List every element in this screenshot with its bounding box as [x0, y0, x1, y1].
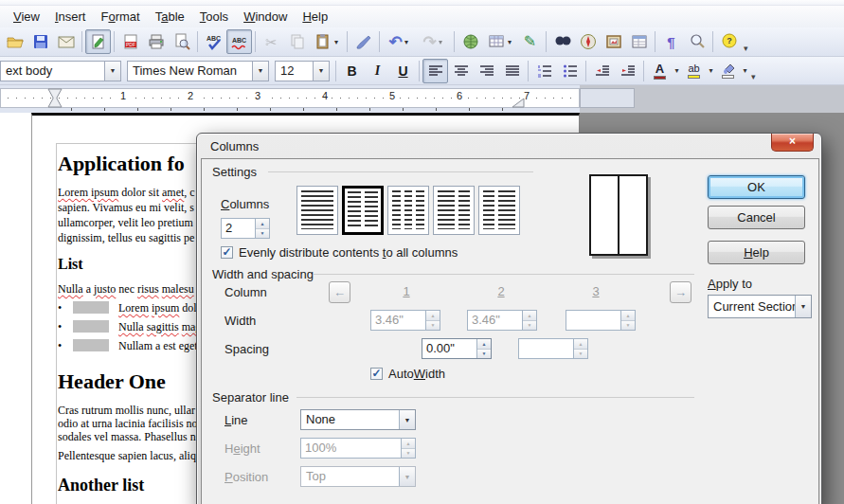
bullet-list-icon — [563, 63, 578, 79]
help-button[interactable]: Help — [708, 241, 805, 264]
bold-button[interactable]: B — [339, 59, 365, 83]
ruler-number: 5 — [386, 90, 399, 101]
toolbar-overflow-icon[interactable]: ▾ — [744, 45, 748, 53]
close-button[interactable]: × — [771, 134, 814, 152]
preset-left-weighted[interactable] — [433, 186, 475, 235]
preset-one-column[interactable] — [296, 186, 338, 235]
font-name-combo[interactable]: Times New Roman ▼ — [127, 61, 269, 81]
chevron-down-icon[interactable]: ▼ — [252, 62, 268, 81]
right-indent-marker-icon[interactable] — [512, 98, 525, 108]
hyperlink-button[interactable] — [458, 29, 483, 54]
paragraph-style-combo[interactable]: ext body ▼ — [0, 61, 121, 81]
increase-indent-button[interactable] — [615, 59, 640, 83]
find-replace-button[interactable] — [549, 29, 575, 54]
spin-up-icon[interactable]: ▲ — [256, 219, 269, 228]
spin-down-icon[interactable]: ▼ — [477, 349, 491, 359]
format-paintbrush-button[interactable] — [350, 29, 376, 54]
preset-three-columns[interactable] — [387, 186, 429, 235]
menu-window[interactable]: Window — [236, 7, 295, 27]
apply-to-label: Apply to — [708, 277, 752, 291]
navigator-button[interactable] — [575, 29, 601, 54]
underline-button[interactable]: U — [390, 59, 416, 83]
scroll-columns-right-button[interactable]: → — [670, 281, 691, 303]
toolbar-separator — [585, 61, 586, 81]
find-replace-icon — [553, 32, 572, 51]
align-right-button[interactable] — [474, 59, 499, 83]
bullet-list-button[interactable] — [557, 59, 583, 83]
table-dropdown-icon[interactable]: ▾ — [506, 38, 514, 46]
spacing-1-spinner[interactable]: 0.00" ▲▼ — [422, 338, 492, 359]
numbered-list-button[interactable] — [531, 59, 557, 83]
doc-paragraph-line: Nulla a justo nec risus malesu — [58, 282, 194, 297]
line-style-dropdown[interactable]: None ▼ — [300, 409, 416, 430]
doc-paragraph-line: sodales vel massa. Phasellus n — [58, 430, 196, 444]
paragraph-style-dropdown[interactable]: ▼ — [104, 62, 120, 81]
data-sources-button[interactable] — [626, 29, 652, 54]
evenly-distribute-checkbox[interactable]: ✓ Evenly distribute contents to all colu… — [221, 245, 458, 260]
highlighting-button[interactable]: ab — [681, 59, 707, 83]
align-left-button[interactable] — [422, 59, 448, 83]
apply-to-dropdown[interactable]: Current Section ▼ — [708, 295, 812, 318]
edit-file-button[interactable] — [85, 29, 111, 54]
highlighting-dropdown-icon[interactable]: ▾ — [707, 66, 715, 75]
paste-button[interactable]: ▾ — [310, 29, 344, 54]
formatting-marks-button[interactable]: ¶ — [658, 29, 684, 54]
chevron-down-icon[interactable]: ▼ — [313, 62, 329, 81]
undo-button[interactable]: ↶▾ — [383, 29, 417, 54]
columns-count-spinner[interactable]: 2 ▲▼ — [221, 218, 270, 239]
chevron-down-icon[interactable]: ▼ — [795, 296, 811, 317]
auto-spellcheck-button[interactable]: ABC — [226, 29, 252, 54]
doc-heading-2: Header One — [58, 369, 166, 394]
font-color-button[interactable]: A — [647, 59, 673, 83]
width-2-spinner: 3.46" ▲▼ — [467, 310, 537, 331]
print-preview-button[interactable] — [169, 29, 194, 54]
chevron-down-icon[interactable]: ▼ — [399, 410, 415, 429]
preset-two-columns-selected[interactable] — [342, 186, 384, 235]
list-placeholder-box — [73, 320, 109, 333]
menu-help[interactable]: Help — [295, 7, 335, 27]
zoom-button[interactable] — [684, 29, 709, 54]
undo-dropdown-icon[interactable]: ▾ — [403, 38, 411, 46]
ok-button[interactable]: OK — [708, 175, 805, 199]
gallery-button[interactable] — [601, 29, 626, 54]
columns-label: Columns — [221, 197, 269, 211]
menu-format[interactable]: Format — [93, 7, 147, 27]
autowidth-checkbox[interactable]: ✓ AutoWidth — [370, 367, 445, 381]
redo-dropdown-icon: ▾ — [437, 38, 445, 46]
format-paintbrush-icon — [354, 32, 373, 51]
toolbar-overflow-icon[interactable]: ▾ — [751, 73, 756, 81]
font-size-combo[interactable]: 12 ▼ — [275, 61, 330, 81]
background-dropdown-icon[interactable]: ▾ — [741, 66, 749, 75]
font-color-dropdown-icon[interactable]: ▾ — [673, 66, 681, 75]
spelling-button[interactable]: ABC — [201, 29, 226, 54]
horizontal-ruler[interactable]: 1 2 3 4 5 6 7 — [0, 85, 844, 113]
check-icon: ✓ — [222, 245, 231, 259]
menu-insert[interactable]: Insert — [47, 7, 94, 27]
help-button[interactable]: ? — [716, 29, 742, 54]
spin-down-icon[interactable]: ▼ — [256, 228, 269, 239]
italic-button[interactable]: I — [365, 59, 390, 83]
group-line — [314, 274, 694, 275]
save-button[interactable] — [27, 29, 53, 54]
paste-dropdown-icon[interactable]: ▾ — [332, 38, 341, 46]
menu-tools[interactable]: Tools — [192, 7, 236, 27]
background-color-button[interactable] — [715, 59, 741, 83]
menu-view[interactable]: View — [6, 7, 47, 27]
draw-functions-button[interactable]: ✎ — [517, 29, 543, 54]
menu-table[interactable]: Table — [148, 7, 192, 27]
undo-icon: ↶ — [388, 34, 402, 50]
align-center-button[interactable] — [448, 59, 474, 83]
print-button[interactable] — [143, 29, 169, 54]
scroll-columns-left-button[interactable]: ← — [329, 281, 350, 303]
spin-up-icon[interactable]: ▲ — [477, 339, 491, 349]
paragraph-style-value: ext body — [1, 63, 104, 78]
export-pdf-button[interactable]: PDF — [117, 29, 143, 54]
open-button[interactable] — [2, 29, 27, 54]
justify-button[interactable] — [499, 59, 525, 83]
table-button[interactable]: ▾ — [483, 29, 517, 54]
decrease-indent-button[interactable] — [589, 59, 615, 83]
email-button[interactable] — [53, 29, 79, 54]
indent-marker-icon[interactable] — [47, 88, 63, 108]
cancel-button[interactable]: Cancel — [708, 206, 805, 229]
preset-right-weighted[interactable] — [478, 186, 520, 235]
